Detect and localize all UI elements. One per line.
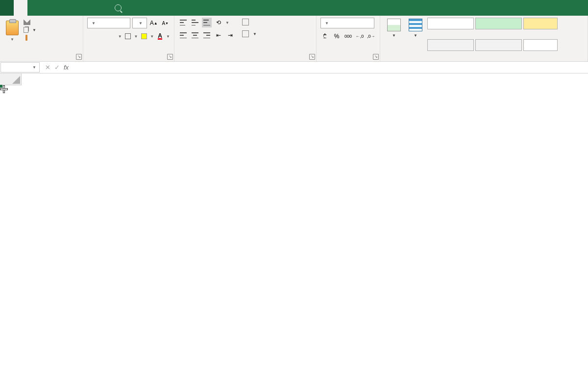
copy-button[interactable]: ▼ <box>23 26 37 33</box>
font-color-icon: A <box>158 33 162 40</box>
merge-center-button[interactable]: ▼ <box>241 29 258 38</box>
table-icon <box>409 19 422 31</box>
search-box[interactable] <box>110 0 129 16</box>
group-title-clipboard <box>4 59 79 60</box>
format-as-table-button[interactable]: ▼ <box>406 18 425 59</box>
group-title-number <box>320 59 376 60</box>
font-dialog-launcher[interactable]: ↘ <box>167 54 173 60</box>
number-dialog-launcher[interactable]: ↘ <box>373 54 379 60</box>
increase-font-button[interactable]: A▲ <box>149 18 159 28</box>
italic-button[interactable] <box>98 31 106 41</box>
cut-icon <box>24 18 30 25</box>
font-name-dropdown[interactable]: ▼ <box>87 18 130 28</box>
search-icon <box>115 4 122 11</box>
accounting-format-button[interactable]: ₾ <box>320 31 330 41</box>
decrease-decimal-button[interactable]: ,0→ <box>367 31 376 41</box>
align-right-button[interactable] <box>202 30 212 40</box>
align-top-button[interactable] <box>178 18 188 27</box>
decrease-indent-button[interactable]: ⇤ <box>214 30 223 40</box>
align-left-button[interactable] <box>178 30 188 40</box>
copy-icon <box>24 27 28 33</box>
clipboard-dialog-launcher[interactable]: ↘ <box>76 54 82 60</box>
cell-cursor-icon <box>0 85 8 93</box>
border-icon <box>125 33 131 39</box>
paste-button[interactable]: ▼ <box>4 18 21 59</box>
merge-icon <box>242 30 249 37</box>
number-format-dropdown[interactable]: ▼ <box>320 18 374 28</box>
font-size-dropdown[interactable]: ▼ <box>132 18 147 28</box>
percent-button[interactable]: % <box>332 31 341 41</box>
fill-color-button[interactable] <box>140 31 148 41</box>
tab-layout[interactable] <box>41 0 55 16</box>
tab-data[interactable] <box>69 0 82 16</box>
wrap-icon <box>242 19 249 25</box>
select-all-corner[interactable] <box>0 74 22 85</box>
cell-style-berechnung[interactable] <box>475 39 522 51</box>
fx-icon[interactable]: fx <box>64 64 69 71</box>
cell-style-link[interactable] <box>523 39 558 51</box>
increase-decimal-button[interactable]: ←,0 <box>355 31 364 41</box>
wrap-text-button[interactable] <box>241 18 258 26</box>
bold-button[interactable] <box>87 31 96 41</box>
paste-icon <box>6 21 19 35</box>
group-title-alignment <box>178 59 312 60</box>
align-center-button[interactable] <box>190 30 200 40</box>
borders-button[interactable] <box>124 31 132 41</box>
conditional-formatting-button[interactable]: ▼ <box>384 18 404 59</box>
formula-input[interactable] <box>74 62 588 73</box>
cell-style-standard[interactable] <box>427 18 474 29</box>
increase-indent-button[interactable]: ⇥ <box>225 30 235 40</box>
tab-file[interactable] <box>0 0 14 16</box>
name-box[interactable]: ▼ <box>0 62 40 73</box>
alignment-dialog-launcher[interactable]: ↘ <box>309 54 315 60</box>
fill-icon <box>141 33 147 39</box>
group-title-styles <box>384 59 584 60</box>
tab-view[interactable] <box>96 0 110 16</box>
group-title-font <box>87 59 170 60</box>
tab-formulas[interactable] <box>55 0 69 16</box>
conditional-icon <box>387 19 401 31</box>
format-painter-button[interactable] <box>23 34 37 41</box>
formula-bar-row: ▼ ✕ ✓ fx <box>0 62 588 74</box>
ribbon: ▼ ▼ ↘ ▼ ▼ A▲ A▼ ▼ <box>0 16 588 62</box>
menu-tabs <box>0 0 588 16</box>
decrease-font-button[interactable]: A▼ <box>160 18 170 28</box>
brush-icon <box>25 35 27 41</box>
tab-insert[interactable] <box>27 0 41 16</box>
cell-style-gut[interactable] <box>475 18 522 29</box>
orientation-button[interactable]: ⟲ <box>214 18 223 27</box>
spreadsheet-grid[interactable] <box>0 74 588 85</box>
tab-start[interactable] <box>14 0 27 16</box>
font-color-button[interactable]: A <box>156 31 164 41</box>
comma-button[interactable]: 000 <box>343 31 353 41</box>
cell-style-neutral[interactable] <box>523 18 558 29</box>
tab-review[interactable] <box>82 0 96 16</box>
cell-style-ausgabe[interactable] <box>427 39 474 51</box>
accept-formula-icon[interactable]: ✓ <box>54 64 60 71</box>
align-middle-button[interactable] <box>190 18 200 27</box>
underline-button[interactable] <box>108 31 116 41</box>
cancel-formula-icon[interactable]: ✕ <box>45 64 50 71</box>
cut-button[interactable] <box>23 18 37 25</box>
active-cell-outline <box>0 85 2 87</box>
align-bottom-button[interactable] <box>202 18 212 27</box>
